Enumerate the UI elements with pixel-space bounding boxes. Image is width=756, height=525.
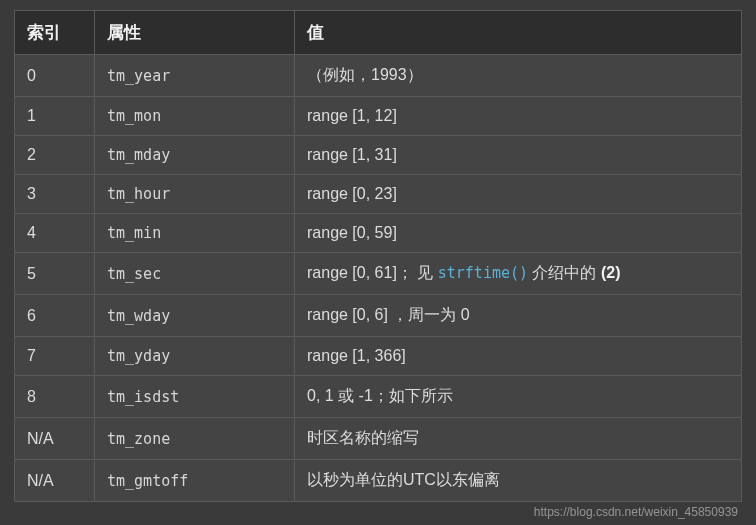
cell-index: 7 bbox=[15, 337, 95, 376]
strftime-link[interactable]: strftime() bbox=[438, 264, 528, 282]
cell-attr: tm_mon bbox=[95, 97, 295, 136]
attr-code: tm_gmtoff bbox=[107, 472, 188, 490]
header-index: 索引 bbox=[15, 11, 95, 55]
cell-attr: tm_wday bbox=[95, 295, 295, 337]
table-row: 3 tm_hour range [0, 23] bbox=[15, 175, 742, 214]
cell-attr: tm_zone bbox=[95, 418, 295, 460]
attr-code: tm_isdst bbox=[107, 388, 179, 406]
value-text-pre: range [0, 61]； 见 bbox=[307, 264, 438, 281]
table-row: 0 tm_year （例如，1993） bbox=[15, 55, 742, 97]
cell-value: 以秒为单位的UTC以东偏离 bbox=[295, 460, 742, 502]
table-row: 7 tm_yday range [1, 366] bbox=[15, 337, 742, 376]
cell-attr: tm_hour bbox=[95, 175, 295, 214]
table-row: 2 tm_mday range [1, 31] bbox=[15, 136, 742, 175]
cell-attr: tm_isdst bbox=[95, 376, 295, 418]
value-text-mid: 介绍中的 bbox=[528, 264, 601, 281]
cell-value: range [1, 366] bbox=[295, 337, 742, 376]
attr-code: tm_zone bbox=[107, 430, 170, 448]
cell-index: 2 bbox=[15, 136, 95, 175]
watermark-text: https://blog.csdn.net/weixin_45850939 bbox=[534, 505, 738, 519]
cell-index: 8 bbox=[15, 376, 95, 418]
attr-code: tm_hour bbox=[107, 185, 170, 203]
cell-value: range [1, 31] bbox=[295, 136, 742, 175]
cell-value: 时区名称的缩写 bbox=[295, 418, 742, 460]
attr-code: tm_mon bbox=[107, 107, 161, 125]
table-row: N/A tm_zone 时区名称的缩写 bbox=[15, 418, 742, 460]
cell-value: range [0, 59] bbox=[295, 214, 742, 253]
table-row: 6 tm_wday range [0, 6] ，周一为 0 bbox=[15, 295, 742, 337]
attr-code: tm_mday bbox=[107, 146, 170, 164]
table-header-row: 索引 属性 值 bbox=[15, 11, 742, 55]
table-row: 5 tm_sec range [0, 61]； 见 strftime() 介绍中… bbox=[15, 253, 742, 295]
cell-attr: tm_min bbox=[95, 214, 295, 253]
cell-index: N/A bbox=[15, 418, 95, 460]
header-value: 值 bbox=[295, 11, 742, 55]
cell-attr: tm_yday bbox=[95, 337, 295, 376]
value-text-bold: (2) bbox=[601, 264, 621, 281]
cell-index: 4 bbox=[15, 214, 95, 253]
cell-value: range [1, 12] bbox=[295, 97, 742, 136]
page-container: 索引 属性 值 0 tm_year （例如，1993） 1 tm_mon ran… bbox=[0, 0, 756, 525]
cell-value: 0, 1 或 -1；如下所示 bbox=[295, 376, 742, 418]
attr-code: tm_yday bbox=[107, 347, 170, 365]
table-row: 4 tm_min range [0, 59] bbox=[15, 214, 742, 253]
cell-value: range [0, 23] bbox=[295, 175, 742, 214]
cell-index: N/A bbox=[15, 460, 95, 502]
cell-index: 3 bbox=[15, 175, 95, 214]
header-attr: 属性 bbox=[95, 11, 295, 55]
table-row: 8 tm_isdst 0, 1 或 -1；如下所示 bbox=[15, 376, 742, 418]
cell-attr: tm_mday bbox=[95, 136, 295, 175]
attr-code: tm_min bbox=[107, 224, 161, 242]
struct-time-table: 索引 属性 值 0 tm_year （例如，1993） 1 tm_mon ran… bbox=[14, 10, 742, 502]
cell-attr: tm_gmtoff bbox=[95, 460, 295, 502]
table-row: 1 tm_mon range [1, 12] bbox=[15, 97, 742, 136]
attr-code: tm_sec bbox=[107, 265, 161, 283]
cell-index: 1 bbox=[15, 97, 95, 136]
table-row: N/A tm_gmtoff 以秒为单位的UTC以东偏离 bbox=[15, 460, 742, 502]
cell-attr: tm_year bbox=[95, 55, 295, 97]
cell-value: range [0, 6] ，周一为 0 bbox=[295, 295, 742, 337]
cell-value: （例如，1993） bbox=[295, 55, 742, 97]
cell-index: 0 bbox=[15, 55, 95, 97]
attr-code: tm_wday bbox=[107, 307, 170, 325]
cell-attr: tm_sec bbox=[95, 253, 295, 295]
cell-value: range [0, 61]； 见 strftime() 介绍中的 (2) bbox=[295, 253, 742, 295]
attr-code: tm_year bbox=[107, 67, 170, 85]
cell-index: 6 bbox=[15, 295, 95, 337]
cell-index: 5 bbox=[15, 253, 95, 295]
